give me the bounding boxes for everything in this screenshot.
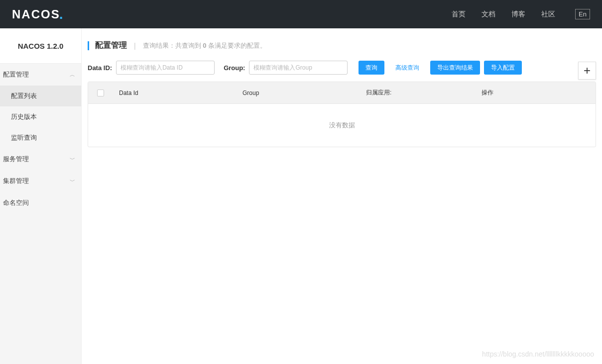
sidebar-group-cluster[interactable]: 集群管理 ﹀ <box>0 170 81 192</box>
nav-docs[interactable]: 文档 <box>482 10 495 19</box>
table-body: 没有数据 <box>88 104 596 147</box>
select-all-checkbox[interactable] <box>97 90 104 96</box>
nav-home[interactable]: 首页 <box>452 10 466 19</box>
column-group: Group <box>237 90 360 96</box>
title-accent-bar <box>88 41 89 50</box>
empty-state-text: 没有数据 <box>329 121 355 130</box>
top-nav: 首页 文档 博客 社区 En <box>452 9 590 19</box>
add-config-button[interactable]: + <box>578 62 596 80</box>
main-content: 配置管理 | 查询结果：共查询到 0 条满足要求的配置。 Data ID: Gr… <box>82 28 602 364</box>
sidebar-group-config-label: 配置管理 <box>3 70 29 79</box>
dataid-label: Data ID: <box>88 64 112 72</box>
sidebar-group-service-label: 服务管理 <box>3 155 29 164</box>
column-ops: 操作 <box>476 89 596 97</box>
summary-prefix: 查询结果：共查询到 <box>143 42 201 49</box>
sidebar-version: NACOS 1.2.0 <box>0 28 81 64</box>
sidebar-item-listen-query[interactable]: 监听查询 <box>0 127 81 148</box>
logo: NACOS. <box>12 6 64 22</box>
page-header: 配置管理 | 查询结果：共查询到 0 条满足要求的配置。 <box>88 34 596 61</box>
nav-blog[interactable]: 博客 <box>511 10 525 19</box>
import-button[interactable]: 导入配置 <box>484 61 522 75</box>
sidebar-group-namespace[interactable]: 命名空间 <box>0 192 81 214</box>
sidebar-item-history[interactable]: 历史版本 <box>0 106 81 127</box>
group-input[interactable] <box>249 61 348 75</box>
logo-text: NACOS <box>12 7 60 21</box>
config-table: Data Id Group 归属应用: 操作 没有数据 <box>88 82 596 147</box>
chevron-down-icon: ﹀ <box>70 156 75 163</box>
filter-row: Data ID: Group: 查询 高级查询 导出查询结果 导入配置 <box>88 61 596 82</box>
advanced-query-button[interactable]: 高级查询 <box>388 61 426 75</box>
group-label: Group: <box>224 64 245 72</box>
summary-count: 0 <box>203 42 206 49</box>
nav-community[interactable]: 社区 <box>541 10 555 19</box>
column-dataid: Data Id <box>113 90 237 96</box>
logo-dot: . <box>59 6 64 22</box>
plus-icon: + <box>584 64 591 78</box>
sidebar: NACOS 1.2.0 配置管理 ︿ 配置列表 历史版本 监听查询 服务管理 ﹀… <box>0 28 82 364</box>
sidebar-item-config-list[interactable]: 配置列表 <box>0 86 81 106</box>
page-title: 配置管理 <box>95 40 127 51</box>
chevron-down-icon: ﹀ <box>70 178 75 185</box>
sidebar-group-namespace-label: 命名空间 <box>3 198 29 207</box>
app-body: NACOS 1.2.0 配置管理 ︿ 配置列表 历史版本 监听查询 服务管理 ﹀… <box>0 28 602 364</box>
dataid-input[interactable] <box>116 61 215 75</box>
export-button[interactable]: 导出查询结果 <box>430 61 480 75</box>
select-all-cell <box>88 90 113 96</box>
column-app: 归属应用: <box>360 89 476 97</box>
sidebar-group-service[interactable]: 服务管理 ﹀ <box>0 148 81 170</box>
title-divider: | <box>134 42 136 50</box>
query-summary: 查询结果：共查询到 0 条满足要求的配置。 <box>143 41 266 50</box>
top-header: NACOS. 首页 文档 博客 社区 En <box>0 0 602 28</box>
sidebar-group-config[interactable]: 配置管理 ︿ <box>0 64 81 86</box>
summary-suffix: 条满足要求的配置。 <box>208 42 266 49</box>
table-header-row: Data Id Group 归属应用: 操作 <box>88 82 596 104</box>
query-button[interactable]: 查询 <box>359 61 384 75</box>
lang-toggle[interactable]: En <box>575 9 590 19</box>
chevron-up-icon: ︿ <box>70 71 75 79</box>
sidebar-group-cluster-label: 集群管理 <box>3 177 29 185</box>
